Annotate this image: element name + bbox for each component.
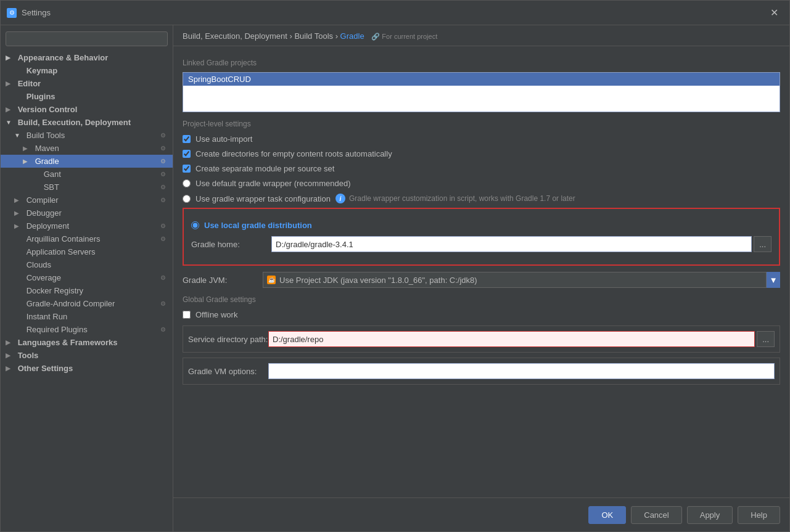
sidebar-item-keymap[interactable]: Keymap (1, 64, 173, 77)
offline-work-label: Offline work (195, 310, 237, 319)
arrow-icon: ▼ (14, 132, 23, 139)
sidebar-item-gant[interactable]: Gant ⚙ (1, 168, 173, 181)
project-settings-label: Project-level settings (183, 120, 780, 128)
arrow-icon: ▶ (14, 197, 23, 203)
service-dir-input[interactable] (268, 331, 755, 347)
wrapper-task-label: Use gradle wrapper task configuration (195, 194, 331, 203)
service-dir-browse-button[interactable]: ... (757, 331, 775, 347)
arrow-icon (14, 235, 23, 242)
settings-icon: ⚙ (160, 184, 168, 191)
window-title: Settings (22, 8, 765, 17)
title-bar: ⚙ Settings ✕ (1, 1, 789, 25)
checkbox-separate-module-row: Create separate module per source set (183, 163, 780, 174)
apply-button[interactable]: Apply (687, 506, 733, 524)
info-icon[interactable]: i (335, 194, 345, 203)
settings-icon: ⚙ (160, 274, 168, 282)
sidebar-item-gradle-android[interactable]: Gradle-Android Compiler ⚙ (1, 297, 173, 310)
separate-module-checkbox[interactable] (183, 165, 191, 173)
arrow-icon (14, 248, 23, 255)
vm-options-row: Gradle VM options: (183, 358, 780, 385)
sidebar-item-other-settings[interactable]: ▶ Other Settings (1, 362, 173, 375)
settings-icon: ⚙ (160, 171, 168, 178)
ok-button[interactable]: OK (588, 506, 626, 524)
cancel-button[interactable]: Cancel (631, 506, 681, 524)
search-input[interactable] (6, 31, 168, 46)
default-wrapper-radio[interactable] (183, 179, 191, 187)
close-button[interactable]: ✕ (765, 4, 783, 21)
settings-window: ⚙ Settings ✕ ▶ Appearance & Behavior Key… (0, 0, 790, 532)
sidebar-item-appearance[interactable]: ▶ Appearance & Behavior (1, 51, 173, 64)
settings-icon: ⚙ (160, 235, 168, 243)
arrow-icon: ▶ (6, 54, 14, 61)
sidebar-item-coverage[interactable]: Coverage ⚙ (1, 271, 173, 284)
sidebar-item-languages[interactable]: ▶ Languages & Frameworks (1, 336, 173, 349)
bottom-bar: OK Cancel Apply Help (173, 497, 789, 531)
arrow-icon: ▶ (6, 80, 14, 87)
sidebar-item-compiler[interactable]: ▶ Compiler ⚙ (1, 194, 173, 207)
arrow-icon (14, 274, 23, 281)
arrow-icon: ▼ (6, 119, 14, 126)
sidebar-item-maven[interactable]: ▶ Maven ⚙ (1, 142, 173, 155)
sidebar-item-debugger[interactable]: ▶ Debugger (1, 207, 173, 219)
sidebar-item-clouds[interactable]: Clouds (1, 258, 173, 271)
sidebar-item-editor[interactable]: ▶ Editor (1, 77, 173, 90)
gradle-home-row: Gradle home: ... (191, 236, 771, 252)
sidebar-item-gradle[interactable]: ▶ Gradle ⚙ (1, 155, 173, 168)
sidebar-item-arquillian[interactable]: Arquillian Containers ⚙ (1, 232, 173, 245)
vm-options-label: Gradle VM options: (188, 367, 268, 376)
offline-work-checkbox[interactable] (183, 311, 191, 319)
sidebar-item-sbt[interactable]: SBT ⚙ (1, 181, 173, 194)
arrow-icon: ▶ (6, 352, 14, 359)
arrow-icon: ▶ (23, 158, 31, 165)
checkbox-create-dirs-row: Create directories for empty content roo… (183, 148, 780, 160)
gradle-jvm-row: Gradle JVM: ☕ Use Project JDK (java vers… (183, 272, 780, 288)
linked-projects-list: SpringBootCRUD (183, 72, 780, 112)
global-settings-label: Global Gradle settings (183, 295, 780, 304)
checkboxes-group: Use auto-import Create directories for e… (183, 133, 780, 205)
jdk-icon: ☕ (267, 276, 276, 284)
arrow-icon (14, 93, 23, 100)
local-gradle-section: Use local gradle distribution Gradle hom… (183, 208, 780, 266)
offline-work-row: Offline work (183, 309, 780, 321)
sidebar-item-version-control[interactable]: ▶ Version Control (1, 103, 173, 116)
sidebar-item-docker-registry[interactable]: Docker Registry (1, 284, 173, 297)
arrow-icon (14, 67, 23, 74)
settings-icon: ⚙ (160, 300, 168, 308)
sidebar-item-required-plugins[interactable]: Required Plugins ⚙ (1, 323, 173, 336)
sidebar-item-plugins[interactable]: Plugins (1, 90, 173, 103)
local-gradle-radio[interactable] (191, 221, 199, 229)
wrapper-task-radio[interactable] (183, 195, 191, 203)
gradle-jvm-select[interactable]: ☕ Use Project JDK (java version "1.8.0_6… (263, 272, 767, 288)
local-gradle-label: Use local gradle distribution (204, 221, 312, 230)
sidebar-item-instant-run[interactable]: Instant Run (1, 310, 173, 323)
sidebar-item-build-exec[interactable]: ▼ Build, Execution, Deployment (1, 116, 173, 129)
linked-project-item[interactable]: SpringBootCRUD (183, 73, 780, 86)
arrow-icon (14, 287, 23, 294)
sidebar-item-app-servers[interactable]: Application Servers (1, 245, 173, 258)
sidebar-item-tools[interactable]: ▶ Tools (1, 349, 173, 362)
help-button[interactable]: Help (738, 506, 780, 524)
auto-import-label: Use auto-import (195, 134, 252, 144)
settings-icon: ⚙ (160, 158, 168, 165)
checkbox-auto-import-row: Use auto-import (183, 133, 780, 145)
auto-import-checkbox[interactable] (183, 135, 191, 143)
separate-module-label: Create separate module per source set (195, 164, 334, 173)
sidebar-item-deployment[interactable]: ▶ Deployment ⚙ (1, 219, 173, 232)
gradle-home-input[interactable] (271, 236, 752, 252)
gradle-home-browse-button[interactable]: ... (754, 236, 771, 252)
settings-content: Linked Gradle projects SpringBootCRUD Pr… (173, 46, 789, 497)
service-dir-row: Service directory path: ... (183, 325, 780, 353)
info-text: Gradle wrapper customization in script, … (349, 194, 575, 203)
main-content-area: ▶ Appearance & Behavior Keymap ▶ Editor … (1, 25, 789, 531)
jvm-value: Use Project JDK (java version "1.8.0_66"… (279, 276, 477, 285)
settings-icon: ⚙ (160, 145, 168, 152)
gradle-jvm-label: Gradle JVM: (183, 276, 263, 285)
arrow-icon: ▶ (23, 145, 31, 152)
create-dirs-checkbox[interactable] (183, 150, 191, 158)
sidebar-item-build-tools[interactable]: ▼ Build Tools ⚙ (1, 129, 173, 142)
vm-options-input[interactable] (268, 363, 775, 379)
jvm-dropdown-button[interactable]: ▼ (767, 272, 780, 288)
arrow-icon: ▶ (6, 365, 14, 372)
arrow-icon (14, 313, 23, 320)
search-box (6, 31, 168, 46)
